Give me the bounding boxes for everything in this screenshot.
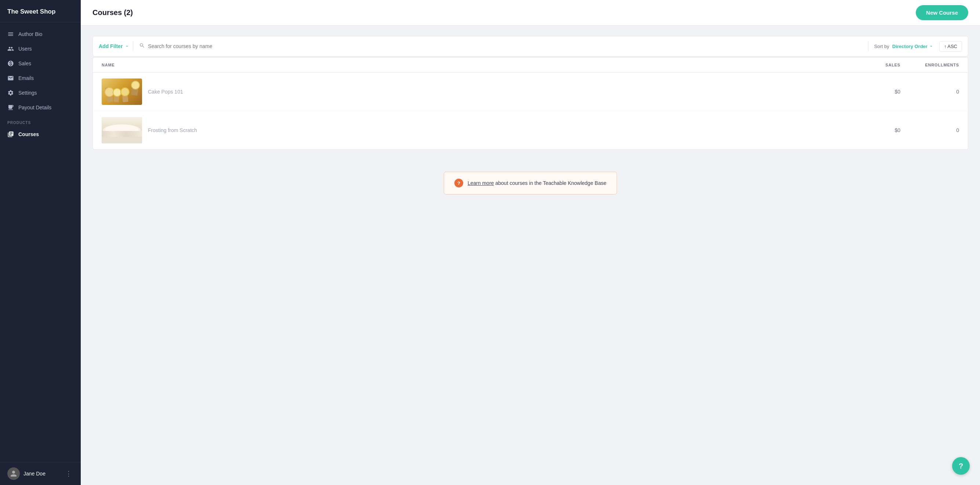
filter-bar: Add Filter Sort by Directory Order ↑ ASC — [92, 36, 968, 57]
email-icon — [7, 75, 14, 81]
info-rest-text: about courses in the Teachable Knowledge… — [494, 180, 606, 186]
course-cell-2: Frosting from Scratch — [102, 117, 842, 143]
products-section-label: PRODUCTS — [0, 115, 81, 127]
sidebar-item-users[interactable]: Users — [0, 41, 81, 56]
info-text: Learn more about courses in the Teachabl… — [468, 180, 606, 186]
payout-icon — [7, 104, 14, 111]
table-row[interactable]: Cake Pops 101 $0 0 — [93, 73, 968, 111]
course-sales-2: $0 — [842, 127, 900, 133]
sidebar-item-emails[interactable]: Emails — [0, 71, 81, 86]
col-sales: SALES — [842, 63, 900, 67]
table-row[interactable]: Frosting from Scratch $0 0 — [93, 111, 968, 149]
main-content: Courses (2) New Course Add Filter Sort b… — [81, 0, 980, 485]
new-course-button[interactable]: New Course — [916, 5, 968, 20]
course-enrollments-2: 0 — [900, 127, 959, 133]
search-container — [139, 43, 863, 50]
dollar-icon — [7, 60, 14, 67]
courses-icon — [7, 131, 14, 138]
gear-icon — [7, 89, 14, 96]
col-enrollments: ENROLLMENTS — [900, 63, 959, 67]
avatar — [7, 468, 20, 480]
menu-icon — [7, 31, 14, 37]
sidebar-label-emails: Emails — [18, 75, 34, 81]
search-input[interactable] — [148, 43, 863, 49]
course-enrollments-1: 0 — [900, 89, 959, 95]
page-title: Courses (2) — [92, 8, 133, 17]
sidebar-label-payout: Payout Details — [18, 105, 51, 110]
sidebar: The Sweet Shop Author Bio Users Sales — [0, 0, 81, 485]
sidebar-label-sales: Sales — [18, 60, 31, 67]
sidebar-item-settings[interactable]: Settings — [0, 86, 81, 100]
course-thumbnail-1 — [102, 78, 142, 105]
more-options-button[interactable]: ⋮ — [64, 468, 73, 479]
col-name: NAME — [102, 63, 842, 67]
sort-dropdown[interactable]: Directory Order — [892, 44, 933, 49]
courses-table: NAME SALES ENROLLMENTS — [92, 57, 968, 149]
sidebar-footer: Jane Doe ⋮ — [0, 462, 81, 485]
asc-button[interactable]: ↑ ASC — [939, 41, 962, 52]
help-button[interactable]: ? — [952, 457, 970, 475]
sort-label: Sort by — [874, 44, 889, 49]
topbar: Courses (2) New Course — [81, 0, 980, 26]
sidebar-item-courses[interactable]: Courses — [0, 127, 81, 142]
learn-more-link[interactable]: Learn more — [468, 180, 494, 186]
user-name: Jane Doe — [24, 471, 60, 477]
course-cell-1: Cake Pops 101 — [102, 78, 842, 105]
sidebar-item-author-bio[interactable]: Author Bio — [0, 27, 81, 41]
sidebar-label-author-bio: Author Bio — [18, 31, 42, 37]
info-banner-inner: ? Learn more about courses in the Teacha… — [444, 172, 617, 194]
sidebar-label-courses: Courses — [18, 131, 39, 137]
sort-section: Sort by Directory Order ↑ ASC — [868, 41, 962, 52]
course-name-1: Cake Pops 101 — [148, 89, 183, 95]
sidebar-item-payout[interactable]: Payout Details — [0, 100, 81, 115]
course-sales-1: $0 — [842, 89, 900, 95]
sidebar-label-users: Users — [18, 46, 32, 52]
course-thumbnail-2 — [102, 117, 142, 143]
brand-name: The Sweet Shop — [0, 0, 81, 22]
search-icon — [139, 43, 145, 50]
content-area: Add Filter Sort by Directory Order ↑ ASC — [81, 26, 980, 485]
users-icon — [7, 46, 14, 52]
info-banner: ? Learn more about courses in the Teacha… — [92, 172, 968, 194]
sidebar-item-sales[interactable]: Sales — [0, 56, 81, 71]
sort-value: Directory Order — [892, 44, 928, 49]
course-name-2: Frosting from Scratch — [148, 127, 197, 133]
add-filter-button[interactable]: Add Filter — [99, 41, 133, 51]
sidebar-nav: Author Bio Users Sales Emails — [0, 22, 81, 462]
sidebar-label-settings: Settings — [18, 90, 37, 96]
table-header: NAME SALES ENROLLMENTS — [93, 57, 968, 73]
add-filter-label: Add Filter — [99, 43, 123, 49]
info-icon: ? — [454, 179, 463, 188]
